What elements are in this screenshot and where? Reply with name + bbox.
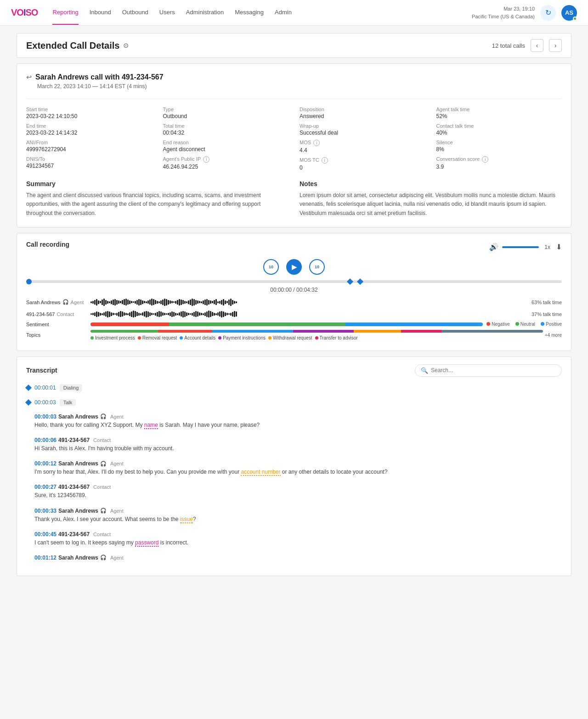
transcript-entry-6: 00:00:27 491-234-567 Contact Sure, it's … <box>26 484 562 500</box>
skip-back-button[interactable]: 10 <box>263 259 279 275</box>
nav-users[interactable]: Users <box>159 0 175 25</box>
dnis-item: DNIS/To 491234567 <box>26 156 152 169</box>
nav-outbound[interactable]: Outbound <box>122 0 148 25</box>
mos-tc-info-icon[interactable]: i <box>322 157 328 164</box>
ts-time-1[interactable]: 00:00:01 <box>34 385 56 391</box>
headset-icon-3: 🎧 <box>100 413 107 419</box>
mos-tc-value: 0 <box>300 164 425 171</box>
transcript-entry-8: 00:00:45 491-234-567 Contact I can't see… <box>26 531 562 547</box>
meta-col2: Type Outbound Total time 00:04:32 End re… <box>163 107 289 171</box>
chapter-marker-2 <box>357 278 363 285</box>
ts-diamond-1 <box>25 385 32 391</box>
conv-score-info-icon[interactable]: i <box>482 156 488 163</box>
agent-ip-label: Agent's Public IP i <box>163 156 289 163</box>
avatar[interactable]: AS <box>561 5 577 21</box>
contact-talk-pct: 37% talk time <box>531 311 562 317</box>
ts-time-4[interactable]: 00:00:06 <box>34 437 57 443</box>
disposition-label: Disposition <box>300 107 425 112</box>
page-header: Extended Call Details ⊙ 12 total calls ‹… <box>17 33 571 58</box>
topic-item: Investment process <box>90 335 135 340</box>
online-status-dot <box>573 17 577 21</box>
meta-col4: Agent talk time 52% Contact talk time 40… <box>436 107 562 171</box>
contact-talk-label: Contact talk time <box>436 123 562 129</box>
topic-item: Removal request <box>138 335 177 340</box>
ts-time-8[interactable]: 00:00:45 <box>34 531 57 538</box>
ts-diamond-2 <box>25 399 32 406</box>
search-input[interactable] <box>431 367 556 374</box>
transcript-search[interactable]: 🔍 <box>415 364 562 377</box>
neutral-dot <box>515 322 519 326</box>
play-button[interactable]: ▶ <box>286 259 302 275</box>
contact-speaker-label: 491-234-567 Contact <box>26 311 90 317</box>
transcript-title: Transcript <box>26 367 57 374</box>
sarah-waveform[interactable] <box>90 298 528 307</box>
volume-icon[interactable]: 🔊 <box>489 243 498 251</box>
topics-bar <box>90 330 543 333</box>
download-icon[interactable]: ⬇ <box>556 243 562 251</box>
nav-administration[interactable]: Administration <box>186 0 224 25</box>
playback-controls: 10 ▶ 10 <box>26 259 562 275</box>
contact-speaker-row: 491-234-567 Contact 37% talk time <box>26 310 562 319</box>
progress-thumb[interactable] <box>26 279 32 284</box>
ts-time-3[interactable]: 00:00:03 <box>34 413 57 420</box>
total-time-label: Total time <box>163 123 289 129</box>
notes-block: Notes Lorem ipsum dolor sit amet, consec… <box>300 180 562 218</box>
audio-controls-right: 🔊 1x ⬇ <box>489 243 562 251</box>
mos-info-icon[interactable]: i <box>313 140 320 146</box>
ts-speaker-3: 00:00:03 Sarah Andrews 🎧 Agent <box>34 413 562 420</box>
agent-ip-info-icon[interactable]: i <box>203 156 209 163</box>
next-call-button[interactable]: › <box>549 39 562 52</box>
ts-speaker-name-6: 491-234-567 <box>58 484 90 490</box>
contact-role: Contact <box>57 311 74 317</box>
progress-bar[interactable] <box>26 280 562 283</box>
ts-speaker-7: 00:00:33 Sarah Andrews 🎧 Agent <box>34 508 562 514</box>
ts-speaker-name-7: Sarah Andrews <box>58 508 98 514</box>
call-title: ↩ Sarah Andrews call with 491-234-567 <box>26 73 562 81</box>
transcript-entry-talk: 00:00:03 Talk <box>26 399 562 406</box>
topic-item: Payment instructions <box>218 335 266 340</box>
meta-divider <box>26 99 562 99</box>
nav-admin[interactable]: Admin <box>275 0 292 25</box>
silence-label: Silence <box>436 140 562 145</box>
conv-score-value: 3.9 <box>436 164 562 170</box>
nav-messaging[interactable]: Messaging <box>235 0 264 25</box>
ts-time-2[interactable]: 00:00:03 <box>34 399 56 406</box>
topic-item: Account details <box>180 335 215 340</box>
metadata-grid: Start time 2023-03-22 14:10:50 End time … <box>26 107 562 171</box>
ts-text-6: Sure, it's 123456789. <box>34 491 562 500</box>
topics-bar-container: Investment processRemoval requestAccount… <box>90 330 543 340</box>
contact-waveform[interactable] <box>90 310 528 319</box>
current-time: 00:00:00 <box>270 287 292 293</box>
volume-bar[interactable] <box>502 246 539 248</box>
transcript-entry-dialing: 00:00:01 Dialing <box>26 384 562 391</box>
ts-text-3: Hello, thank you for calling XYZ Support… <box>34 421 562 430</box>
ts-speaker-5: 00:00:12 Sarah Andrews 🎧 Agent <box>34 460 562 467</box>
ts-time-9[interactable]: 00:01:12 <box>34 555 57 561</box>
neutral-label: Neutral <box>520 322 535 327</box>
audio-section: Call recording 🔊 1x ⬇ 10 ▶ 10 <box>17 233 571 351</box>
summary-text: The agent and client discussed various f… <box>26 191 288 218</box>
headset-icon-5: 🎧 <box>100 461 107 467</box>
search-icon: 🔍 <box>421 367 428 374</box>
skip-forward-button[interactable]: 10 <box>309 259 325 275</box>
topic-bar-1 <box>90 330 158 333</box>
topic-bar-7 <box>441 330 543 333</box>
ts-time-5[interactable]: 00:00:12 <box>34 460 57 467</box>
copy-icon[interactable]: ⊙ <box>123 42 129 49</box>
mos-tc-label: MOS TC i <box>300 157 425 164</box>
ts-time-6[interactable]: 00:00:27 <box>34 484 57 490</box>
refresh-icon[interactable]: ↻ <box>540 5 556 21</box>
ts-time-7[interactable]: 00:00:33 <box>34 508 57 514</box>
ts-role-3: Agent <box>110 414 124 419</box>
progress-container <box>26 280 562 283</box>
prev-call-button[interactable]: ‹ <box>531 39 543 52</box>
speed-button[interactable]: 1x <box>544 244 550 250</box>
ts-role-8: Contact <box>93 532 111 537</box>
mos-tc-item: MOS TC i 0 <box>300 157 425 171</box>
total-calls: 12 total calls <box>492 42 525 49</box>
contact-talk-item: Contact talk time 40% <box>436 123 562 136</box>
topics-label: Topics <box>26 332 90 338</box>
nav-reporting[interactable]: Reporting <box>52 0 78 25</box>
nav-inbound[interactable]: Inbound <box>90 0 111 25</box>
sentiment-label: Sentiment <box>26 322 90 327</box>
